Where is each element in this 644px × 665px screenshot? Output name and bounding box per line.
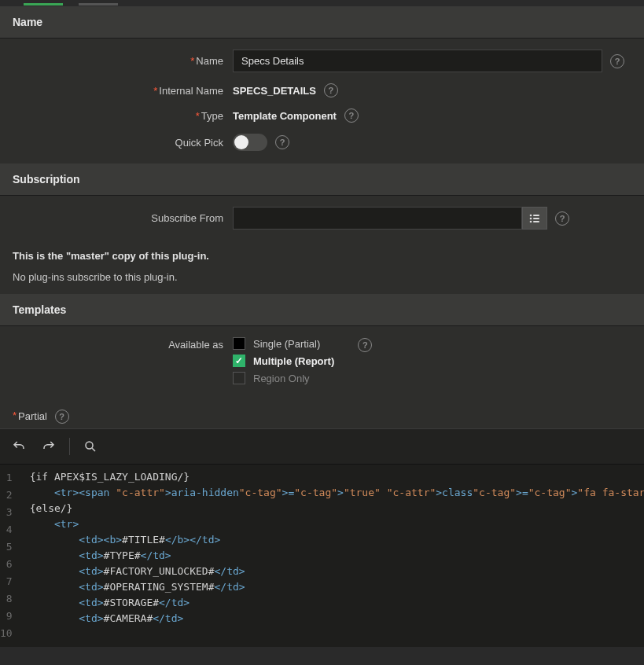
editor-toolbar [0,428,644,465]
checkbox-region-only[interactable] [233,372,245,384]
section-name-header: Name [0,6,644,39]
svg-rect-3 [533,218,539,219]
svg-line-7 [92,448,95,451]
quickpick-toggle[interactable] [233,134,267,151]
subscribe-from-label: Subscribe From [151,212,223,224]
subscribe-from-input[interactable] [233,207,522,230]
subscribe-from-picker-button[interactable] [522,207,547,230]
undo-button[interactable] [8,435,30,457]
checkbox-region-only-label: Region Only [253,373,310,384]
toggle-knob [234,135,248,149]
partial-label-row: *Partial ? [0,402,644,428]
code-area[interactable]: {if APEX$IS_LAZY_LOADING/} <tr><span "c-… [22,465,644,647]
svg-point-4 [530,220,532,222]
toolbar-divider [69,438,70,455]
help-icon[interactable]: ? [610,54,624,68]
checkbox-single[interactable] [233,337,245,350]
tab-strip [0,0,644,6]
section-name-body: *Name ? *Internal Name SPECS_DETAILS ? *… [0,39,644,163]
help-icon[interactable]: ? [55,410,69,424]
help-icon[interactable]: ? [555,211,569,226]
tab-active[interactable] [24,3,63,6]
svg-rect-5 [533,221,539,222]
partial-label: Partial [18,410,47,422]
no-subscribers-message: No plug-ins subscribe to this plug-in. [0,270,644,294]
code-editor[interactable]: 12345678910 {if APEX$IS_LAZY_LOADING/} <… [0,465,644,647]
section-subscription-header: Subscription [0,163,644,196]
svg-point-0 [530,214,532,216]
type-value: Template Component [233,110,337,122]
section-templates-body: Available as Single (Partial) Multiple (… [0,326,644,402]
tab-inactive[interactable] [79,3,118,6]
master-copy-message: This is the "master" copy of this plug-i… [0,242,644,270]
type-label: Type [201,110,223,122]
name-input[interactable] [233,50,602,72]
checkbox-multiple[interactable] [233,355,245,367]
internal-name-label: Internal Name [159,85,223,97]
available-as-label: Available as [168,339,223,351]
search-button[interactable] [79,435,101,457]
checkbox-single-label: Single (Partial) [253,338,320,350]
svg-point-6 [86,442,93,449]
help-icon[interactable]: ? [344,108,359,123]
checkbox-multiple-label: Multiple (Report) [253,355,334,367]
help-icon[interactable]: ? [275,135,289,149]
name-label: Name [196,55,223,67]
help-icon[interactable]: ? [324,83,338,97]
section-subscription-body: Subscribe From ? [0,196,644,242]
help-icon[interactable]: ? [358,338,372,352]
quickpick-label: Quick Pick [175,137,223,149]
list-icon [528,212,541,225]
svg-point-2 [530,217,532,219]
section-templates-header: Templates [0,294,644,326]
redo-button[interactable] [38,435,60,457]
code-gutter: 12345678910 [0,465,22,647]
internal-name-value: SPECS_DETAILS [233,85,316,97]
svg-rect-1 [533,215,539,216]
